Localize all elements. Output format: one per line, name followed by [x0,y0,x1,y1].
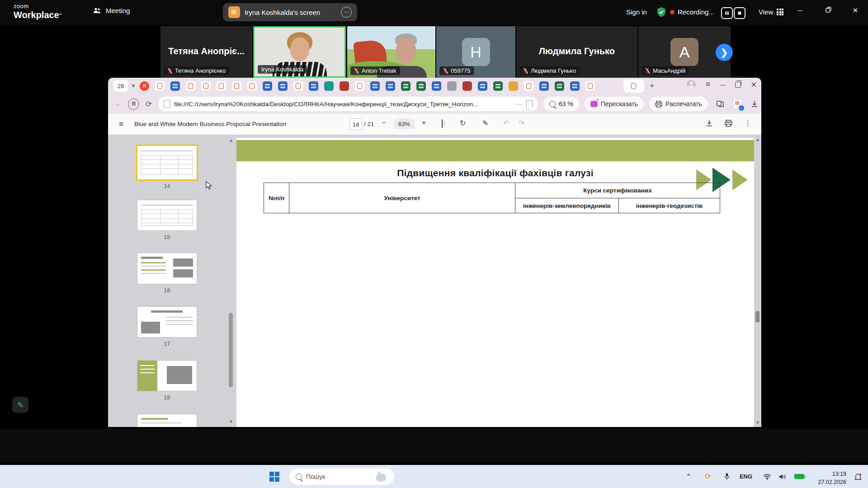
tray-mic-icon[interactable] [724,465,730,488]
back-button[interactable]: ← [112,99,125,108]
language-indicator[interactable]: ENG [740,465,752,488]
pause-recording-button[interactable] [721,7,733,19]
pdf-sidebar-toggle-icon[interactable]: ≡ [119,120,123,129]
word-tab-favicon[interactable] [170,81,180,91]
pdf-tab-favicon[interactable] [186,81,195,91]
word-tab-favicon[interactable] [278,81,288,91]
shared-screen-pill[interactable]: IK Iryna Koshkalda's screen ⋯ [223,3,357,21]
close-window-button[interactable]: ✕ [849,6,862,14]
word-tab-favicon[interactable] [386,81,395,91]
browser-profile-icon[interactable] [687,80,696,89]
excel-tab-favicon[interactable] [416,81,426,91]
annotate-pen-icon[interactable]: ✎ [482,119,488,127]
print-page-button[interactable]: Распечатать [649,97,708,111]
undo-icon[interactable]: ↶ [503,119,509,127]
sidebar-scroll-up-icon[interactable]: ▲ [228,138,234,143]
pdf-page-thumbnail[interactable] [137,414,197,427]
browser-restore-button[interactable] [735,82,741,88]
speaker-icon[interactable] [779,465,786,488]
zoom-in-button[interactable]: + [422,119,426,127]
fit-page-icon[interactable] [442,120,443,128]
browser-close-button[interactable]: ✕ [751,80,757,89]
word-tab-favicon[interactable] [263,81,272,91]
excel-tab-favicon[interactable] [401,81,410,91]
refresh-button[interactable]: ⟳ [142,99,156,109]
word-tab-favicon[interactable] [432,81,441,91]
pdf-more-menu-icon[interactable]: ⋮ [744,119,751,127]
collections-icon[interactable] [716,100,724,108]
browser-minimize-button[interactable]: ─ [720,81,725,89]
page-scroll-down-icon[interactable]: ▼ [755,420,760,425]
url-field[interactable]: file:///C:/Users/Iryna%20Koshkalda/Deskt… [158,97,538,111]
tab-list-chevron-icon[interactable]: ▼ [131,83,136,89]
participant-tile[interactable]: H059775 [436,26,515,78]
stop-recording-button[interactable] [734,7,745,19]
redo-icon[interactable]: ↷ [519,119,524,127]
pdf-tab-favicon[interactable] [232,81,241,91]
wifi-icon[interactable] [763,465,771,488]
minimize-window-button[interactable]: ─ [793,6,807,14]
pdf-extension-icon[interactable] [733,99,742,109]
next-participants-button[interactable]: ❯ [716,44,733,61]
zoom-out-button[interactable]: − [382,119,386,127]
pdf-tab-favicon[interactable] [585,81,595,91]
download-pdf-icon[interactable] [706,120,713,127]
participant-tile[interactable]: Людмила ГунькоЛюдмила Гунько [516,26,637,78]
tab-meeting[interactable]: Meeting [93,7,130,14]
page-scrollbar-thumb[interactable] [755,311,760,323]
windows-start-button[interactable] [269,472,279,482]
rotate-page-icon[interactable]: ↻ [460,119,466,127]
word-tab-favicon[interactable] [478,81,487,91]
participant-tile[interactable]: Тетяна Анопріє...Тетяна Анопрієнко [160,26,252,78]
print-pdf-icon[interactable] [725,120,732,127]
word-tab-favicon[interactable] [309,81,318,91]
battery-icon[interactable] [794,465,804,488]
bookmark-flag-icon[interactable] [526,100,533,108]
pdf-tab-favicon[interactable] [293,81,303,91]
zoom-value-box[interactable]: 63% [394,118,415,129]
taskbar-clock[interactable]: 13:19 27.02.2026 [818,470,846,486]
sync-icon[interactable]: ⟳ [705,465,711,488]
taskbar-search-box[interactable]: Пошук [289,469,394,485]
pdf-page-thumbnail[interactable]: 15 [137,200,197,230]
participant-tile[interactable]: Anton Tretiak [347,26,435,78]
red-tab-favicon[interactable] [340,81,349,91]
more-options-icon[interactable]: ⋯ [341,7,352,18]
pdf-tab-favicon[interactable] [155,81,165,91]
sidebar-scrollbar-thumb[interactable] [229,313,233,387]
pdf-page-thumbnail[interactable]: 17 [137,307,197,337]
browser-menu-icon[interactable]: ≡ [706,80,710,89]
pdf-page-thumbnail[interactable]: 16 [137,253,197,284]
new-tab-button[interactable]: + [650,81,655,91]
pdf-tab-favicon[interactable] [355,81,364,91]
retell-button[interactable]: Пересказать [585,97,644,111]
word-tab-favicon[interactable] [539,81,549,91]
sign-in-button[interactable]: Sign in [626,8,647,16]
security-shield-icon[interactable] [656,7,666,19]
pdf-page-thumbnail[interactable]: 18 [137,361,197,391]
amber-tab-favicon[interactable] [509,81,518,91]
yandex-button[interactable]: Я [128,99,139,110]
word-tab-favicon[interactable] [370,81,380,91]
pdf-tab-favicon[interactable] [247,81,257,91]
red-tab-favicon[interactable] [462,81,472,91]
pdf-tab-favicon[interactable] [201,81,211,91]
gray-tab-favicon[interactable] [447,81,457,91]
page-number-input[interactable]: 14 [349,118,362,130]
chevron-down-icon[interactable]: ⌄ [58,9,63,16]
sidebar-scroll-down-icon[interactable]: ▼ [228,419,234,424]
participant-tile[interactable]: Iryna Koshkalda [253,26,346,78]
notification-center-icon[interactable] [854,465,862,488]
page-zoom-control[interactable]: 63 % [543,97,579,111]
tray-show-hidden-icons[interactable]: ⌃ [686,465,692,488]
tab-counter-button[interactable]: 28 [113,80,128,92]
word-tab-favicon[interactable] [570,81,580,91]
active-tab[interactable] [623,80,644,93]
yandex-tab-favicon[interactable]: Я [140,81,149,91]
annotation-pencil-button[interactable]: ✎ [12,397,28,413]
page-scroll-up-icon[interactable]: ▲ [755,137,760,142]
restore-window-button[interactable] [821,6,835,14]
pdf-tab-favicon[interactable] [217,81,226,91]
downloads-icon[interactable] [751,100,758,108]
excel-tab-favicon[interactable] [555,81,564,91]
